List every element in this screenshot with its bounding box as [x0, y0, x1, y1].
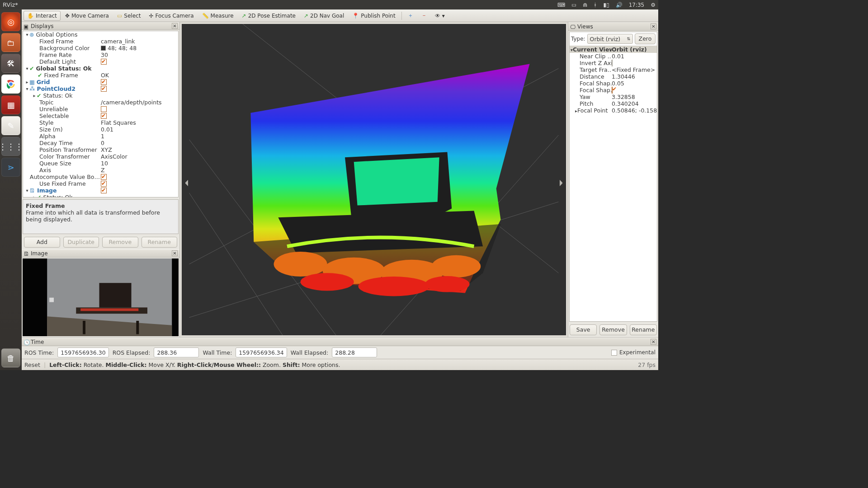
launcher-settings[interactable]: 🛠 — [1, 54, 20, 73]
time-title: Time — [31, 339, 44, 345]
wall-elapsed-label: Wall Elapsed: — [291, 349, 328, 356]
tool-2d-nav-goal[interactable]: ↗2D Nav Goal — [300, 11, 348, 21]
view-remove-button[interactable]: Remove — [599, 324, 627, 335]
battery-icon[interactable]: ▮▯ — [603, 2, 609, 8]
tool-publish-point[interactable]: 📍Publish Point — [349, 11, 399, 21]
tool-add[interactable]: ＋ — [404, 10, 417, 21]
pointcloud-icon: ⁂ — [29, 85, 35, 92]
eye-icon: 👁 — [435, 13, 440, 19]
volume-icon[interactable]: 🔊 — [616, 2, 623, 8]
keyboard-icon[interactable]: ⌨ — [557, 2, 565, 8]
remove-button[interactable]: Remove — [102, 237, 138, 248]
checkbox[interactable] — [101, 106, 107, 112]
launcher-files[interactable]: 🗀 — [1, 33, 20, 52]
displays-panel-header[interactable]: ▣ Displays ✕ — [22, 22, 179, 30]
rviz-toolbar: ✋Interact ✥Move Camera ▭Select ✢Focus Ca… — [22, 9, 658, 22]
checkbox[interactable] — [101, 181, 107, 187]
ros-elapsed-label: ROS Elapsed: — [113, 349, 151, 356]
close-icon[interactable]: ✕ — [172, 250, 178, 256]
launcher-dash[interactable]: ◎ — [1, 12, 20, 31]
checkbox[interactable] — [101, 59, 107, 65]
wall-elapsed-input[interactable]: 288.28 — [332, 347, 377, 357]
tool-remove[interactable]: － — [418, 10, 430, 21]
displays-icon: ▣ — [24, 23, 29, 29]
close-icon[interactable]: ✕ — [172, 23, 178, 29]
globe-icon: ⊕ — [29, 31, 34, 38]
displays-title: Displays — [31, 23, 53, 29]
displays-tree[interactable]: ▾⊕ Global Options Fixed Framecamera_link… — [23, 31, 178, 197]
cursor-icon: ✋ — [27, 13, 34, 19]
views-tree[interactable]: ▾Current ViewOrbit (rviz) Near Clip …0.0… — [570, 46, 657, 321]
rename-button[interactable]: Rename — [142, 237, 178, 248]
tool-view-dropdown[interactable]: 👁▾ — [431, 11, 448, 21]
ros-time-label: ROS Time: — [24, 349, 54, 356]
launcher-chrome[interactable] — [1, 75, 20, 94]
svg-rect-9 — [83, 321, 85, 334]
checkbox[interactable] — [101, 86, 107, 92]
svg-rect-10 — [136, 321, 139, 334]
gear-icon[interactable]: ⚙ — [651, 2, 656, 8]
tool-focus-camera[interactable]: ✢Focus Camera — [145, 11, 197, 21]
image-icon: 🖻 — [24, 251, 29, 256]
zero-button[interactable]: Zero — [635, 33, 656, 44]
minus-icon: － — [421, 12, 427, 19]
check-icon: ✔ — [37, 92, 41, 99]
wall-time-label: Wall Time: — [203, 349, 232, 356]
type-label: Type: — [571, 36, 585, 42]
tool-select[interactable]: ▭Select — [113, 11, 144, 21]
clock-icon: 🕓 — [24, 339, 29, 345]
image-preview — [23, 258, 179, 337]
tool-measure[interactable]: 📏Measure — [198, 11, 237, 21]
wifi-icon[interactable]: ⋒ — [583, 2, 587, 8]
svg-marker-20 — [354, 157, 439, 205]
window-title: RViz* — [3, 1, 18, 8]
check-icon: ✔ — [38, 72, 42, 79]
3d-viewport[interactable] — [182, 24, 566, 335]
focus-icon: ✢ — [149, 13, 153, 19]
reset-link[interactable]: Reset — [24, 361, 40, 368]
launcher-editor[interactable]: ✎ — [1, 116, 20, 135]
close-icon[interactable]: ✕ — [651, 339, 656, 345]
plus-icon: ＋ — [408, 12, 413, 19]
checkbox[interactable] — [101, 174, 107, 180]
fps-indicator: 27 fps — [638, 361, 656, 368]
checkbox[interactable] — [612, 60, 613, 66]
duplicate-button[interactable]: Duplicate — [63, 237, 99, 248]
display-icon[interactable]: ▭ — [571, 2, 576, 8]
arrow-icon: ↗ — [242, 13, 246, 19]
checkbox[interactable] — [101, 113, 107, 119]
views-panel-header[interactable]: 🖵 Views ✕ — [568, 22, 658, 31]
launcher-apps[interactable]: ⋮⋮⋮ — [1, 137, 20, 156]
tool-2d-pose-estimate[interactable]: ↗2D Pose Estimate — [238, 11, 299, 21]
add-button[interactable]: Add — [24, 237, 60, 248]
pin-icon: 📍 — [352, 13, 359, 19]
time-panel-header[interactable]: 🕓 Time ✕ — [22, 338, 658, 346]
svg-point-23 — [274, 252, 327, 277]
view-rename-button[interactable]: Rename — [630, 324, 657, 335]
view-type-dropdown[interactable]: Orbit (rviz)⇅ — [587, 34, 633, 44]
launcher-trash[interactable]: 🗑 — [1, 348, 20, 367]
unity-launcher: ◎ 🗀 🛠 ▦ ✎ ⋮⋮⋮ ⋗ RViz 🗑 — [0, 9, 22, 370]
experimental-checkbox[interactable] — [611, 350, 617, 356]
property-description: Fixed Frame Frame into which all data is… — [23, 199, 179, 234]
launcher-vscode[interactable]: ⋗ — [1, 158, 20, 177]
checkbox[interactable] — [101, 79, 107, 85]
ros-elapsed-input[interactable]: 288.36 — [154, 347, 199, 357]
tool-move-camera[interactable]: ✥Move Camera — [61, 11, 113, 21]
system-tray: ⌨ ▭ ⋒ ᚼ ▮▯ 🔊 17:35 ⚙ — [557, 2, 656, 8]
launcher-screenshot[interactable]: ▦ — [1, 95, 20, 114]
ros-time-input[interactable]: 1597656936.30 — [57, 347, 108, 357]
checkbox[interactable] — [101, 188, 107, 193]
wall-time-input[interactable]: 1597656936.34 — [236, 347, 287, 357]
select-icon: ▭ — [117, 13, 122, 19]
image-panel-header[interactable]: 🖻 Image ✕ — [22, 249, 179, 257]
checkbox[interactable] — [612, 87, 613, 94]
system-menubar: RViz* ⌨ ▭ ⋒ ᚼ ▮▯ 🔊 17:35 ⚙ — [0, 0, 658, 9]
clock[interactable]: 17:35 — [629, 2, 645, 8]
bluetooth-icon[interactable]: ᚼ — [594, 2, 597, 8]
tool-interact[interactable]: ✋Interact — [24, 11, 61, 21]
view-save-button[interactable]: Save — [570, 324, 597, 335]
close-icon[interactable]: ✕ — [651, 23, 656, 29]
ruler-icon: 📏 — [202, 13, 209, 19]
svg-point-26 — [432, 255, 481, 277]
